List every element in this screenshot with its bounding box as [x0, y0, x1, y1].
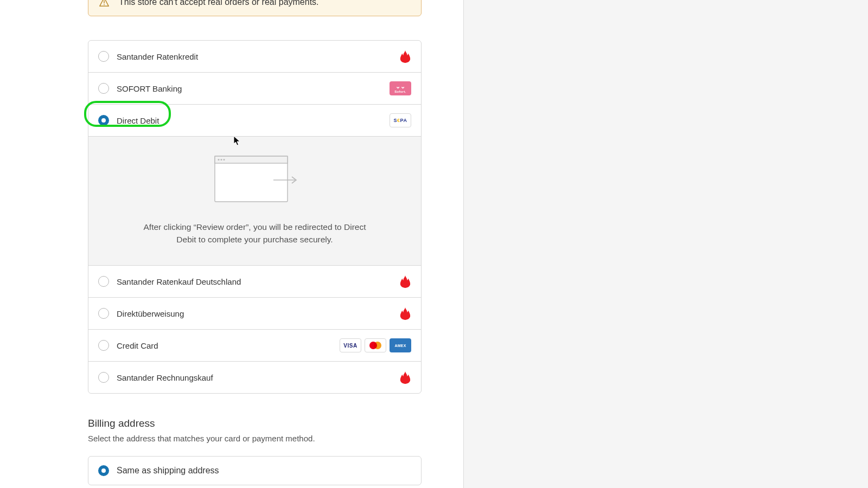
payment-method-detail: After clicking “Review order”, you will …: [88, 136, 421, 265]
brand-icons: [399, 49, 411, 63]
radio-unselected[interactable]: [98, 372, 109, 383]
payment-method-label: Direct Debit: [117, 116, 382, 125]
payment-method-label: Santander Ratenkredit: [117, 52, 392, 61]
santander-icon: [399, 274, 411, 288]
radio-unselected[interactable]: [98, 276, 109, 287]
warning-text: This store can't accept real orders or r…: [119, 0, 319, 7]
billing-address-subtitle: Select the address that matches your car…: [88, 434, 422, 443]
radio-unselected[interactable]: [98, 308, 109, 319]
brand-icons: ⌄⌄ Sofort.: [390, 81, 411, 95]
payment-method-label: Santander Rechnungskauf: [117, 373, 392, 382]
santander-icon: [399, 370, 411, 384]
svg-rect-3: [215, 156, 288, 163]
svg-point-4: [218, 159, 219, 160]
payment-method-sofort[interactable]: SOFORT Banking ⌄⌄ Sofort.: [88, 72, 421, 104]
radio-unselected[interactable]: [98, 340, 109, 351]
payment-methods-list: Santander Ratenkredit SOFORT Banking ⌄⌄ …: [88, 40, 422, 394]
payment-method-label: Santander Ratenkauf Deutschland: [117, 277, 392, 286]
svg-point-1: [104, 4, 105, 5]
billing-option-same[interactable]: Same as shipping address: [88, 457, 421, 485]
santander-icon: [399, 49, 411, 63]
payment-method-direct-debit[interactable]: Direct Debit S€PA: [88, 104, 421, 136]
payment-method-label: Direktüberweisung: [117, 309, 392, 318]
billing-address-heading: Billing address: [88, 418, 422, 429]
test-mode-warning: This store can't accept real orders or r…: [88, 0, 422, 16]
warning-icon: [98, 0, 110, 8]
payment-method-santander-ratenkauf[interactable]: Santander Ratenkauf Deutschland: [88, 265, 421, 297]
brand-icons: VISA AMEX: [340, 338, 411, 352]
billing-address-options: Same as shipping address: [88, 456, 422, 485]
redirect-illustration: [212, 153, 298, 208]
redirect-message: After clicking “Review order”, you will …: [138, 221, 372, 246]
svg-point-5: [220, 159, 222, 160]
radio-selected[interactable]: [98, 115, 109, 126]
payment-method-santander-rechnung[interactable]: Santander Rechnungskauf: [88, 361, 421, 393]
payment-method-label: SOFORT Banking: [117, 84, 382, 93]
payment-method-santander-ratenkredit[interactable]: Santander Ratenkredit: [88, 41, 421, 72]
radio-selected[interactable]: [98, 465, 109, 476]
billing-option-label: Same as shipping address: [117, 466, 219, 476]
visa-icon: VISA: [340, 338, 361, 352]
brand-icons: [399, 274, 411, 288]
radio-unselected[interactable]: [98, 51, 109, 62]
payment-method-credit-card[interactable]: Credit Card VISA AMEX: [88, 329, 421, 361]
radio-unselected[interactable]: [98, 83, 109, 94]
amex-icon: AMEX: [390, 338, 411, 352]
mastercard-icon: [365, 338, 386, 352]
brand-icons: [399, 370, 411, 384]
payment-method-label: Credit Card: [117, 341, 332, 350]
svg-point-6: [223, 159, 225, 160]
brand-icons: [399, 306, 411, 320]
payment-method-direkt-uberweisung[interactable]: Direktüberweisung: [88, 297, 421, 329]
sofort-icon: ⌄⌄ Sofort.: [390, 81, 411, 95]
sepa-icon: S€PA: [390, 113, 411, 127]
order-summary-panel: [464, 0, 868, 488]
santander-icon: [399, 306, 411, 320]
brand-icons: S€PA: [390, 113, 411, 127]
